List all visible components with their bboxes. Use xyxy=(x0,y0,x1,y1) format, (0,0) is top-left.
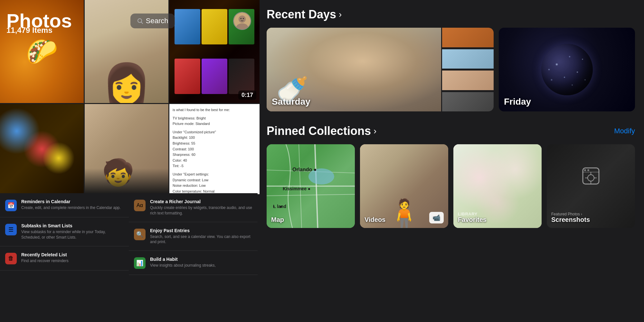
left-panel: 0:17 is what I found to be the best for … xyxy=(0,0,258,322)
city-kissimmee: Kissimmee ● xyxy=(283,186,310,191)
screenshot-icon xyxy=(581,166,601,189)
saturday-main-photo: 🍼 Saturday xyxy=(267,28,441,111)
suggestion-text-past: Enjoy Past Entries Search, sort, and see… xyxy=(150,228,252,245)
photo-text-activity[interactable]: is what I found to be the best for me: T… xyxy=(169,104,260,194)
friday-card[interactable]: Friday xyxy=(499,28,635,111)
suggestion-text-subtasks: Subtasks in Smart Lists View subtasks fo… xyxy=(21,223,124,240)
avatar-image xyxy=(234,13,251,29)
suggestion-journal: Aα Create a Richer Journal Quickly creat… xyxy=(129,193,258,222)
suggestion-title-past: Enjoy Past Entries xyxy=(150,228,252,233)
suggestion-habit: 📊 Build a Habit View insights about jour… xyxy=(129,251,258,275)
poster-4 xyxy=(175,59,200,94)
pinned-collections-arrow[interactable]: › xyxy=(374,126,376,136)
text-line: Noise reduction: Low xyxy=(173,183,256,189)
suggestion-title-habit: Build a Habit xyxy=(150,257,216,262)
title-group: Photos 11,479 Items xyxy=(6,11,72,31)
collage-cell-2 xyxy=(442,49,494,69)
svg-point-22 xyxy=(588,175,594,181)
text-line xyxy=(173,127,256,129)
item-count: 11,479 Items xyxy=(6,26,52,35)
suggestion-icon-calendar: 📅 xyxy=(5,200,17,211)
text-line: Picture mode: Standard xyxy=(173,121,256,127)
right-panel: Recent Days › 🍼 Saturday xyxy=(258,0,644,322)
svg-point-9 xyxy=(239,15,246,23)
collage-cell-1 xyxy=(442,28,494,47)
suggestions-section: 📅 Reminders in Calendar Create, edit, an… xyxy=(0,193,258,322)
suggestion-desc-habit: View insights about journaling streaks, xyxy=(150,263,216,268)
suggestion-icon-trash: 🗑 xyxy=(5,253,17,264)
collection-map[interactable]: Orlando ● Kissimmee ● L land • ● Map xyxy=(267,144,355,228)
saturday-collage xyxy=(442,28,494,111)
text-line: is what I found to be the best for me: xyxy=(173,107,256,113)
recent-days-header: Recent Days › xyxy=(267,8,635,21)
text-line: Under "Customized picture" xyxy=(173,129,256,135)
photo-kid[interactable] xyxy=(85,104,168,194)
saturday-card[interactable]: 🍼 Saturday xyxy=(267,28,494,111)
search-bar[interactable]: Search xyxy=(130,14,175,28)
suggestion-deleted: 🗑 Recently Deleted List Find and recover… xyxy=(0,246,129,270)
svg-point-20 xyxy=(584,169,586,171)
favorites-sub-label: LIBRARY xyxy=(458,212,478,216)
text-line: Under "Expert settings: xyxy=(173,172,256,177)
suggestion-text-deleted: Recently Deleted List Find and recover r… xyxy=(21,252,69,264)
collection-screenshots[interactable]: Featured Photos › Screenshots xyxy=(547,144,635,228)
suggestion-text-habit: Build a Habit View insights about journa… xyxy=(150,257,216,268)
suggestion-desc-subtasks: View subtasks for a reminder while in yo… xyxy=(21,229,124,240)
city-lakeland-dots: • ● xyxy=(273,204,284,209)
suggestion-title-reminders: Reminders in Calendar xyxy=(21,199,121,204)
suggestion-reminders: 📅 Reminders in Calendar Create, edit, an… xyxy=(0,193,129,217)
suggestions-grid: 📅 Reminders in Calendar Create, edit, an… xyxy=(0,193,258,322)
search-label: Search xyxy=(146,17,168,25)
collection-videos[interactable]: 🧍 📹 Videos xyxy=(360,144,448,228)
pinned-collections-header: Pinned Collections › Modify xyxy=(267,124,635,138)
video-timer: 0:17 xyxy=(238,90,256,100)
suggestion-icon-list: ☰ xyxy=(5,224,17,235)
deathstar-dots xyxy=(541,44,593,95)
collage-cell-3 xyxy=(442,71,494,90)
recent-days-arrow[interactable]: › xyxy=(339,9,342,20)
friday-label: Friday xyxy=(504,97,531,107)
pinned-collections-title: Pinned Collections xyxy=(267,124,371,138)
suggestion-icon-search: 🔍 xyxy=(134,229,146,240)
text-screenshot: is what I found to be the best for me: T… xyxy=(169,104,260,194)
text-line: Sharpness: 60 xyxy=(173,152,256,158)
text-line: Tint: -5 xyxy=(173,163,256,169)
poster-6 xyxy=(229,59,254,94)
videos-label: Videos xyxy=(365,216,444,223)
suggestion-title-deleted: Recently Deleted List xyxy=(21,252,69,257)
featured-photos-link[interactable]: Featured Photos › xyxy=(551,212,582,216)
city-orlando: Orlando ● xyxy=(292,167,317,173)
favorites-label: Favorites xyxy=(458,216,537,223)
suggestion-icon-chart: 📊 xyxy=(134,257,146,269)
text-line xyxy=(173,113,256,116)
suggestion-desc-journal: Quickly create entries by widgets, trans… xyxy=(150,205,252,216)
suggestion-subtasks: ☰ Subtasks in Smart Lists View subtasks … xyxy=(0,217,129,246)
recent-days-title: Recent Days xyxy=(267,8,336,21)
suggestion-desc-past: Search, sort, and see a calendar view. Y… xyxy=(150,234,252,245)
map-background: Orlando ● Kissimmee ● L land • ● xyxy=(267,144,355,228)
text-line: Color: 40 xyxy=(173,158,256,164)
collage-cell-4 xyxy=(442,92,494,112)
text-line xyxy=(173,169,256,172)
deathstar-sphere xyxy=(541,44,593,95)
svg-line-7 xyxy=(141,22,143,24)
screenshot-icon-svg xyxy=(581,166,601,186)
saturday-label: Saturday xyxy=(272,97,310,107)
map-roads-svg xyxy=(267,144,355,228)
text-line: Dynamic contrast: Low xyxy=(173,177,256,183)
suggestions-col-2: Aα Create a Richer Journal Quickly creat… xyxy=(129,193,258,322)
collection-favorites[interactable]: LIBRARY Favorites xyxy=(453,144,542,228)
suggestion-past-entries: 🔍 Enjoy Past Entries Search, sort, and s… xyxy=(129,222,258,251)
recent-days-grid: 🍼 Saturday Friday xyxy=(267,28,635,111)
suggestion-desc-deleted: Find and recover reminders xyxy=(21,258,69,264)
modify-button[interactable]: Modify xyxy=(614,127,635,135)
suggestion-title-journal: Create a Richer Journal xyxy=(150,199,252,204)
text-line: Backlight: 100 xyxy=(173,135,256,141)
user-avatar[interactable] xyxy=(233,12,251,30)
suggestion-icon-journal: Aα xyxy=(134,200,146,211)
svg-point-11 xyxy=(240,18,242,19)
suggestion-text-reminders: Reminders in Calendar Create, edit, and … xyxy=(21,199,121,211)
search-icon xyxy=(137,18,143,24)
text-line: TV brightness: Bright xyxy=(173,116,256,121)
photo-stickers[interactable] xyxy=(0,104,84,194)
